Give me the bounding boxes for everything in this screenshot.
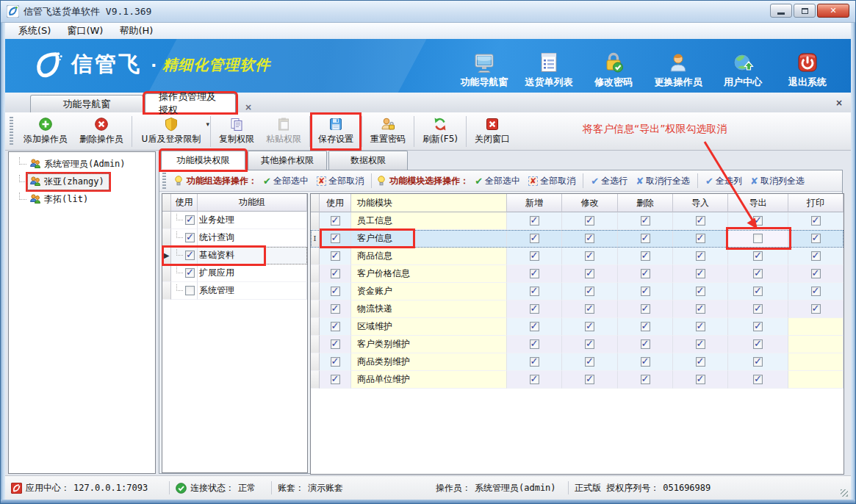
checked-checkbox[interactable]	[585, 375, 594, 384]
permission-cell[interactable]	[562, 283, 618, 300]
group-uncheck-all-button[interactable]: ✘全部取消	[314, 175, 366, 187]
permission-cell[interactable]	[728, 230, 788, 248]
checked-checkbox[interactable]	[331, 375, 340, 384]
module-table-row[interactable]: 客户类别维护	[311, 336, 844, 353]
permission-cell[interactable]	[507, 283, 562, 300]
checked-checkbox[interactable]	[530, 269, 539, 278]
permission-cell[interactable]	[618, 353, 673, 371]
checked-checkbox[interactable]	[530, 304, 539, 314]
module-table-row[interactable]: 员工信息	[311, 212, 844, 230]
checked-checkbox[interactable]	[585, 216, 594, 226]
permission-cell[interactable]	[618, 212, 673, 230]
close-button[interactable]: ✕	[817, 4, 849, 18]
checked-checkbox[interactable]	[585, 251, 594, 261]
module-table-row[interactable]: 区域维护	[311, 318, 844, 336]
checked-checkbox[interactable]	[585, 304, 594, 314]
checked-checkbox[interactable]	[641, 322, 650, 331]
exit-system-button[interactable]: 退出系统	[777, 45, 838, 89]
checked-checkbox[interactable]	[331, 339, 340, 349]
checked-checkbox[interactable]	[530, 375, 539, 384]
checked-checkbox[interactable]	[585, 234, 594, 243]
permission-cell[interactable]	[507, 248, 562, 265]
checked-checkbox[interactable]	[641, 216, 650, 226]
checked-checkbox[interactable]	[696, 375, 705, 384]
permission-cell[interactable]	[618, 283, 673, 300]
permission-cell[interactable]	[562, 318, 618, 336]
permission-cell[interactable]	[507, 265, 562, 283]
permission-cell[interactable]	[618, 265, 673, 283]
permission-cell[interactable]	[673, 230, 728, 248]
checked-checkbox[interactable]	[585, 322, 594, 331]
checked-checkbox[interactable]	[696, 304, 705, 314]
delivery-list-button[interactable]: 送货单列表	[519, 45, 579, 89]
checked-checkbox[interactable]	[811, 234, 821, 243]
checked-checkbox[interactable]	[811, 216, 821, 226]
group-table-row[interactable]: 扩展应用	[162, 264, 307, 282]
checked-checkbox[interactable]	[753, 216, 763, 226]
tab-nav-window[interactable]: 功能导航窗	[30, 95, 143, 112]
checked-checkbox[interactable]	[530, 287, 539, 296]
checked-checkbox[interactable]	[753, 269, 763, 278]
checked-checkbox[interactable]	[331, 357, 340, 367]
tab-data-permissions[interactable]: 数据权限	[328, 151, 408, 170]
tab-module-permissions[interactable]: 功能模块权限	[161, 151, 245, 170]
permission-cell[interactable]	[507, 300, 562, 318]
checked-checkbox[interactable]	[331, 287, 340, 296]
permission-cell[interactable]	[788, 230, 844, 248]
permission-cell[interactable]	[618, 336, 673, 353]
permission-cell[interactable]	[618, 248, 673, 265]
permission-cell[interactable]	[788, 283, 844, 300]
checked-checkbox[interactable]	[641, 375, 650, 384]
group-table-row[interactable]: 系统管理	[162, 282, 307, 300]
checked-checkbox[interactable]	[753, 251, 763, 261]
checked-checkbox[interactable]	[530, 339, 539, 349]
group-table-row[interactable]: 业务处理	[162, 212, 307, 229]
module-uncheck-all-button[interactable]: ✘全部取消	[526, 175, 578, 187]
module-table-row[interactable]: 商品单位维护	[311, 371, 844, 389]
checked-checkbox[interactable]	[530, 234, 539, 243]
permission-cell[interactable]	[507, 336, 562, 353]
tree-item-zhangya[interactable]: 张亚(zhangy)	[9, 173, 155, 190]
checked-checkbox[interactable]	[641, 339, 650, 349]
tree-item-lituo[interactable]: 李拓(lit)	[9, 190, 155, 208]
checked-checkbox[interactable]	[641, 287, 650, 296]
unchecked-checkbox[interactable]	[753, 234, 763, 243]
delete-operator-button[interactable]: 删除操作员	[73, 115, 129, 148]
checked-checkbox[interactable]	[331, 216, 340, 226]
checked-checkbox[interactable]	[753, 375, 763, 384]
checked-checkbox[interactable]	[641, 251, 650, 261]
unselect-column-button[interactable]: ✘取消列全选	[748, 175, 807, 187]
select-column-button[interactable]: ✔全选列	[703, 175, 744, 187]
group-table-row[interactable]: 统计查询	[162, 229, 307, 247]
permission-cell[interactable]	[507, 212, 562, 230]
unselect-row-button[interactable]: ✘取消行全选	[633, 175, 692, 187]
permission-cell[interactable]	[728, 212, 788, 230]
menu-system[interactable]: 系统(S)	[11, 23, 58, 39]
module-table-row[interactable]: 商品类别维护	[311, 353, 844, 371]
unchecked-checkbox[interactable]	[185, 286, 195, 295]
module-table-row[interactable]: 商品信息	[311, 248, 844, 265]
menu-help[interactable]: 帮助(H)	[112, 23, 160, 39]
permission-cell[interactable]	[728, 336, 788, 353]
checked-checkbox[interactable]	[696, 216, 705, 226]
permission-cell[interactable]	[728, 283, 788, 300]
permission-cell[interactable]	[673, 248, 728, 265]
permission-cell[interactable]	[728, 353, 788, 371]
checked-checkbox[interactable]	[811, 251, 821, 261]
tab-other-permissions[interactable]: 其他操作权限	[248, 151, 327, 170]
resize-grip[interactable]	[841, 489, 848, 497]
permission-cell[interactable]	[562, 300, 618, 318]
permission-cell[interactable]	[673, 318, 728, 336]
checked-checkbox[interactable]	[811, 287, 821, 296]
module-table-row[interactable]: 物流快递	[311, 300, 844, 318]
checked-checkbox[interactable]	[641, 234, 650, 243]
checked-checkbox[interactable]	[585, 339, 594, 349]
permission-cell[interactable]	[507, 318, 562, 336]
permission-cell[interactable]	[728, 248, 788, 265]
group-check-all-button[interactable]: ✔全部选中	[261, 175, 311, 187]
permission-cell[interactable]	[618, 318, 673, 336]
module-table-row[interactable]: 客户价格信息	[311, 265, 844, 283]
checked-checkbox[interactable]	[585, 357, 594, 367]
switch-operator-button[interactable]: 更换操作员	[648, 45, 708, 89]
checked-checkbox[interactable]	[530, 216, 539, 226]
